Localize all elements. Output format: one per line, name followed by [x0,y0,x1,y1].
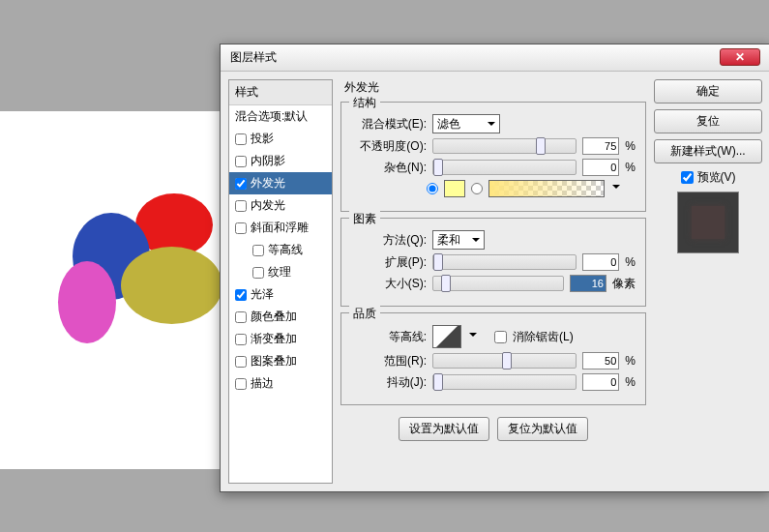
size-slider[interactable] [432,276,564,291]
style-item-颜色叠加[interactable]: 颜色叠加 [229,306,332,328]
range-input[interactable] [582,352,619,369]
style-label: 内阴影 [251,153,285,169]
range-unit: % [625,354,636,368]
style-label: 纹理 [268,264,291,281]
blend-mode-label: 混合模式(E): [351,116,427,133]
gradient-picker[interactable] [488,180,605,197]
style-checkbox[interactable] [235,334,247,345]
set-default-button[interactable]: 设置为默认值 [399,417,489,441]
opacity-input[interactable] [582,137,619,155]
panel-title: 外发光 [340,79,646,96]
style-label: 斜面和浮雕 [251,220,309,236]
style-checkbox[interactable] [235,356,247,368]
style-checkbox[interactable] [235,200,247,212]
opacity-unit: % [625,139,636,153]
opacity-label: 不透明度(O): [351,138,427,155]
style-item-等高线[interactable]: 等高线 [229,239,332,261]
contour-picker[interactable] [432,325,461,348]
spread-unit: % [625,255,636,269]
jitter-input[interactable] [582,373,619,391]
noise-unit: % [625,161,636,174]
close-button[interactable]: ✕ [720,48,760,66]
preview-box [677,192,739,253]
noise-slider[interactable] [432,160,577,175]
style-checkbox[interactable] [235,311,247,323]
styles-header: 样式 [229,80,332,105]
style-checkbox[interactable] [252,245,264,256]
cancel-button[interactable]: 复位 [654,109,762,133]
style-label: 外发光 [251,175,285,192]
style-item-纹理[interactable]: 纹理 [229,261,332,283]
size-label: 大小(S): [351,276,427,292]
style-checkbox[interactable] [235,156,247,167]
jitter-slider[interactable] [432,374,577,390]
chevron-down-icon[interactable] [469,333,477,340]
style-item-外发光[interactable]: 外发光 [229,172,332,194]
structure-legend: 结构 [349,95,380,111]
range-slider[interactable] [432,353,577,369]
quality-legend: 品质 [349,306,380,322]
style-label: 图案叠加 [251,353,297,369]
right-panel: 确定 复位 新建样式(W)... 预览(V) [654,79,762,484]
style-label: 渐变叠加 [251,331,297,347]
style-label: 光泽 [251,286,274,303]
structure-group: 结构 混合模式(E): 滤色 不透明度(O): % 杂色(N): % [340,102,646,212]
style-item-光泽[interactable]: 光泽 [229,283,332,306]
technique-select[interactable]: 柔和 [432,230,485,250]
canvas-shape [121,247,222,324]
technique-label: 方法(Q): [351,232,427,249]
style-checkbox[interactable] [252,267,264,279]
options-panel: 外发光 结构 混合模式(E): 滤色 不透明度(O): % 杂色(N): [340,79,646,484]
style-checkbox[interactable] [235,378,247,390]
style-checkbox[interactable] [235,178,247,190]
style-label: 描边 [251,375,274,392]
blend-options-row[interactable]: 混合选项:默认 [229,105,332,128]
range-label: 范围(R): [351,353,427,369]
color-swatch[interactable] [444,180,465,197]
canvas-shape [58,261,116,343]
elements-group: 图素 方法(Q): 柔和 扩展(P): % 大小(S): 像素 [340,218,646,307]
blend-mode-select[interactable]: 滤色 [432,114,500,133]
style-label: 投影 [251,131,274,147]
style-item-投影[interactable]: 投影 [229,128,332,150]
style-checkbox[interactable] [235,133,247,145]
noise-label: 杂色(N): [351,160,427,176]
style-item-斜面和浮雕[interactable]: 斜面和浮雕 [229,217,332,239]
canvas [0,111,222,469]
style-item-渐变叠加[interactable]: 渐变叠加 [229,328,332,350]
spread-slider[interactable] [432,254,577,270]
layer-style-dialog: 图层样式 ✕ 样式 混合选项:默认 投影内阴影外发光内发光斜面和浮雕等高线纹理光… [220,44,769,492]
elements-legend: 图素 [349,211,380,227]
styles-list: 样式 混合选项:默认 投影内阴影外发光内发光斜面和浮雕等高线纹理光泽颜色叠加渐变… [228,79,333,484]
chevron-down-icon[interactable] [612,185,620,192]
style-checkbox[interactable] [235,289,247,301]
ok-button[interactable]: 确定 [654,79,762,103]
jitter-label: 抖动(J): [351,374,427,391]
size-unit: 像素 [612,276,636,292]
dialog-title: 图层样式 [230,49,277,66]
spread-input[interactable] [582,253,619,271]
style-item-描边[interactable]: 描边 [229,372,332,395]
style-item-内发光[interactable]: 内发光 [229,194,332,217]
style-checkbox[interactable] [235,222,247,234]
gradient-radio[interactable] [471,183,483,194]
style-item-图案叠加[interactable]: 图案叠加 [229,350,332,372]
reset-default-button[interactable]: 复位为默认值 [497,417,588,441]
color-radio[interactable] [427,183,438,194]
quality-group: 品质 等高线: 消除锯齿(L) 范围(R): % 抖动(J): [340,312,646,405]
style-item-内阴影[interactable]: 内阴影 [229,150,332,172]
antialias-checkbox[interactable] [494,331,507,343]
spread-label: 扩展(P): [351,254,427,271]
style-label: 等高线 [268,242,303,258]
style-label: 颜色叠加 [251,309,297,325]
preview-checkbox[interactable] [681,171,694,184]
contour-label: 等高线: [351,329,427,345]
opacity-slider[interactable] [432,138,577,154]
new-style-button[interactable]: 新建样式(W)... [654,139,762,163]
size-input[interactable] [570,275,606,292]
titlebar[interactable]: 图层样式 ✕ [221,44,769,72]
antialias-label: 消除锯齿(L) [513,329,574,345]
noise-input[interactable] [582,159,619,176]
style-label: 内发光 [251,197,285,214]
preview-toggle[interactable]: 预览(V) [654,169,762,186]
